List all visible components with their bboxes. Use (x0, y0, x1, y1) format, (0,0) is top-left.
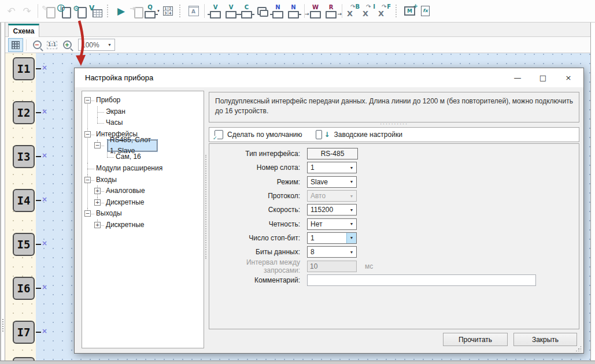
tree-expand-toggle[interactable]: + (94, 222, 101, 228)
toolbar-separator (26, 39, 27, 51)
output-block-q-icon[interactable]: Q▼ (145, 3, 160, 19)
tree-item-clock[interactable]: Часы (104, 118, 124, 127)
grid-toggle-button[interactable] (8, 38, 23, 52)
input-block-i4[interactable]: I4 × (13, 189, 59, 214)
tree-item-discrete-inputs[interactable]: Дискретные (104, 198, 146, 207)
zoom-in-button[interactable]: + (60, 38, 75, 52)
tree-expand-toggle[interactable]: + (94, 199, 101, 206)
tree-item-analog-inputs[interactable]: Аналоговые (104, 186, 147, 195)
tree-expand-toggle[interactable]: − (84, 131, 91, 138)
data-bits-label: Биты данных: (209, 248, 304, 256)
input-variable-v-icon[interactable]: V (208, 3, 223, 19)
settings-form: Тип интерфейса:RS-485Номер слота:1 ▼Режи… (209, 143, 579, 329)
dialog-titlebar[interactable]: Настройка прибора —□× (75, 68, 583, 87)
tree-item-outputs[interactable]: Выходы (94, 209, 124, 218)
toolbar-separator (179, 5, 182, 17)
block-label: I2 (13, 101, 35, 124)
dialog-title: Настройка прибора (85, 73, 153, 82)
tree-item-expansion-modules[interactable]: Модули расширения (94, 164, 164, 173)
convert-to-bool-icon[interactable]: X↷B (345, 3, 361, 19)
formula-editor-icon[interactable]: fx (417, 3, 433, 19)
input-variable-n-icon[interactable]: N (270, 3, 286, 19)
input-block-i2[interactable]: I2 × (13, 101, 59, 127)
horizontal-splitter[interactable]: ·········· (209, 122, 579, 127)
grid-icon (12, 41, 20, 49)
minimize-button[interactable]: — (505, 68, 530, 87)
write-variable-icon[interactable]: W (308, 3, 323, 19)
unconnected-pin-icon: × (42, 196, 47, 203)
tree-expand-toggle[interactable]: + (94, 188, 101, 194)
input-block-i1[interactable]: I1 × (13, 57, 59, 83)
selected-value: Авто (308, 192, 326, 200)
protocol-label: Протокол: (209, 192, 304, 200)
zoom-level-value: 100% (82, 41, 99, 49)
convert-to-float-icon[interactable]: X↷F (376, 3, 392, 19)
resize-grip[interactable] (575, 346, 581, 351)
stack-block-icon[interactable] (254, 3, 270, 19)
dropdown-arrow-icon: ▼ (347, 162, 356, 173)
mode-select[interactable]: Slave ▼ (307, 176, 357, 188)
close-dialog-button[interactable]: Закрыть (513, 333, 577, 346)
maximize-button[interactable]: □ (530, 68, 556, 87)
tree-item-inputs[interactable]: Входы (94, 175, 119, 184)
digit-display-block-icon[interactable]: 1234 (160, 3, 176, 19)
set-default-button[interactable]: ✓Сделать по умолчанию (215, 130, 302, 139)
tree-expand-toggle[interactable]: − (84, 177, 91, 183)
read-variable-icon[interactable]: R (323, 3, 339, 19)
zoom-fit-button[interactable]: 1:1 (45, 38, 60, 52)
main-toolbar: ↶↷✎ⓘ⚙V▶⇥Q▼1234AVVCNNWRX↷BX↷IX↷FM+fx (0, 0, 595, 23)
constant-block-icon[interactable]: C (239, 3, 254, 19)
tree-item-sam-16[interactable]: Сам, 16 (114, 152, 143, 161)
parity-select[interactable]: Нет ▼ (307, 218, 357, 230)
input-block-i3[interactable]: I3 × (13, 145, 59, 170)
panel-splitter-grip[interactable] (2, 319, 3, 332)
add-macro-icon[interactable]: M+ (402, 3, 417, 19)
tree-expand-toggle[interactable]: − (84, 97, 91, 103)
block-label: I4 (13, 189, 35, 212)
tree-expand-toggle[interactable]: − (94, 142, 101, 148)
comment-input[interactable] (307, 274, 536, 286)
tree-item-discrete-outputs[interactable]: Дискретные (104, 220, 146, 229)
zoom-toolbar: − 1:1 + 100% ▼ (0, 37, 595, 53)
panel-splitter[interactable] (205, 155, 206, 259)
redo-icon: ↷ (19, 3, 35, 19)
tree-expand-toggle[interactable]: − (84, 210, 91, 217)
zoom-out-button[interactable]: − (29, 38, 45, 52)
output-variable-v-icon[interactable]: V (223, 3, 239, 19)
block-pin (36, 244, 41, 245)
device-settings-dialog: Настройка прибора —□× −ПриборЭкранЧасы−И… (74, 68, 584, 354)
read-button[interactable]: Прочитать (443, 333, 508, 346)
tree-item-device[interactable]: Прибор (94, 95, 122, 105)
tab-schema[interactable]: Схема (8, 24, 39, 37)
device-settings-icon[interactable]: ⚙ (72, 3, 88, 19)
output-variable-n-icon[interactable]: N (286, 3, 301, 19)
form-row-protocol: Протокол:Авто ▼ (209, 189, 579, 203)
data-bits-select[interactable]: 8 ▼ (307, 246, 357, 258)
dropdown-arrow-icon: ▼ (347, 219, 356, 229)
zoom-level-combobox[interactable]: 100% ▼ (78, 39, 115, 51)
device-info-icon[interactable]: ⓘ (57, 3, 72, 19)
input-block-i5[interactable]: I5 × (13, 233, 59, 258)
selected-value: 115200 (308, 206, 333, 214)
stop-bits-label: Число стоп-бит: (209, 234, 304, 242)
convert-to-int-icon[interactable]: X↷I (361, 3, 376, 19)
toolbar-separator (396, 5, 398, 17)
close-button[interactable]: × (556, 68, 581, 87)
settings-tree: −ПриборЭкранЧасы−Интерфейсы−RS485, Слот … (82, 91, 204, 348)
input-block-i6[interactable]: I6 × (13, 277, 59, 302)
form-row-slot-number: Номер слота:1 ▼ (209, 161, 579, 174)
slot-number-select[interactable]: 1 ▼ (307, 162, 357, 173)
tree-item-screen[interactable]: Экран (104, 107, 127, 116)
start-simulation-icon[interactable]: ▶ (113, 3, 129, 19)
input-block-i7[interactable]: I7 × (13, 321, 59, 346)
tree-item-rs485-slot1-slave[interactable]: RS485, Слот 1, Slave (108, 140, 157, 151)
dropdown-arrow-icon: ▼ (347, 247, 356, 257)
speed-select[interactable]: 115200 ▼ (307, 204, 357, 216)
variable-table-icon[interactable]: V (88, 3, 104, 19)
form-row-mode: Режим:Slave ▼ (209, 175, 579, 189)
factory-settings-button[interactable]: ↓Заводские настройки (316, 130, 402, 139)
chevron-down-icon: ▼ (108, 43, 112, 47)
calendar-block-icon[interactable]: A (186, 3, 201, 19)
unconnected-pin-icon: × (42, 152, 47, 159)
stop-bits-select[interactable]: 1 ▼ (307, 232, 357, 244)
